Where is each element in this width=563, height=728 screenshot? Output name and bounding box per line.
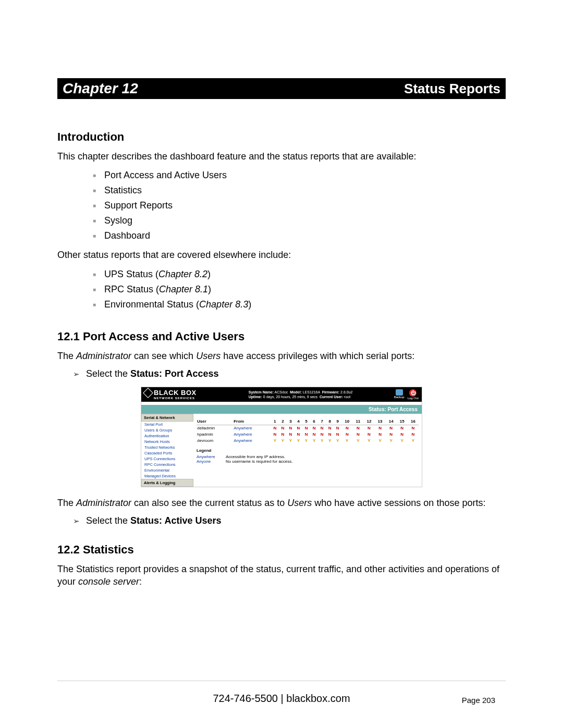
val: LES1216A xyxy=(303,390,320,394)
intro-other-list: UPS Status (Chapter 8.2) RPC Status (Cha… xyxy=(57,267,506,312)
li-after: ) xyxy=(208,284,211,294)
logout-button[interactable]: ⏻Log Out xyxy=(408,389,419,400)
val: 0 days, 20 hours, 25 mins, 9 secs xyxy=(263,395,317,399)
sidebar-item-managed-devices[interactable]: Managed Devices xyxy=(141,473,193,479)
txt: can also see the current status as to xyxy=(131,498,287,508)
sidebar-item-trusted-networks[interactable]: Trusted Networks xyxy=(141,445,193,450)
icon-label: Backup xyxy=(394,396,405,399)
lbl: Model: xyxy=(290,390,302,394)
shot-sysinfo: System Name: ACSdoc Model: LES1216A Firm… xyxy=(197,390,394,399)
icon-label: Log Out xyxy=(408,397,419,400)
txt-ital: console server xyxy=(78,576,139,587)
shot-header: BLACK BOX NETWORK SERVICES System Name: … xyxy=(141,387,422,402)
sidebar-item-network-hosts[interactable]: Network Hosts xyxy=(141,439,193,445)
txt-bold: Status: Active Users xyxy=(130,515,221,526)
sidebar-item-environmental[interactable]: Environmental xyxy=(141,467,193,473)
arrow-item: Select the Status: Active Users xyxy=(86,514,506,527)
val: ACSdoc xyxy=(275,390,288,394)
legend-val: Accessible from any IP address. xyxy=(226,454,285,459)
power-icon: ⏻ xyxy=(409,389,417,397)
shot-title-bar: Status: Port Access xyxy=(141,405,422,414)
backup-button[interactable]: Backup xyxy=(394,389,405,399)
txt-ital: Users xyxy=(196,351,221,361)
sidebar-item-cascaded-ports[interactable]: Cascaded Ports xyxy=(141,450,193,456)
chapter-bar: Chapter 12 Status Reports xyxy=(57,78,506,99)
lbl: System Name: xyxy=(249,390,274,394)
shot-main: UserFrom12345678910111213141516 delladmi… xyxy=(193,414,422,487)
sidebar-item-users-groups[interactable]: Users & Groups xyxy=(141,427,193,433)
intro-lead: This chapter describes the dashboard fea… xyxy=(57,150,506,163)
txt: have access privileges with which serial… xyxy=(221,351,414,361)
table-row: delladminAnywhereNNNNNNNNNNNNNNNN xyxy=(197,425,419,431)
list-item: RPC Status (Chapter 8.1) xyxy=(104,282,506,297)
list-item: Statistics xyxy=(104,183,506,198)
s121-heading: 12.1 Port Access and Active Users xyxy=(57,330,506,343)
port-access-table: UserFrom12345678910111213141516 delladmi… xyxy=(197,418,419,444)
lbl: Current User: xyxy=(320,395,343,399)
page-footer: 724-746-5500 | blackbox.com Page 203 xyxy=(0,693,563,705)
txt: The xyxy=(57,498,76,508)
lbl: Uptime: xyxy=(249,395,262,399)
val: root xyxy=(344,395,350,399)
list-item: UPS Status (Chapter 8.2) xyxy=(104,267,506,282)
sidebar-item-rpc-connections[interactable]: RPC Connections xyxy=(141,462,193,467)
txt: : xyxy=(139,576,142,587)
footer-phone: 724-746-5500 xyxy=(213,693,278,704)
sidebar-heading: Alerts & Logging xyxy=(141,479,193,487)
table-row: hpadminAnywhereNNNNNNNNNNNNNNNN xyxy=(197,431,419,438)
legend-key: Anywhere xyxy=(197,454,222,459)
li-text: UPS Status ( xyxy=(104,269,158,279)
list-item: Syslog xyxy=(104,213,506,228)
s121-para2: The Administrator can also see the curre… xyxy=(57,497,506,509)
intro-other-lead: Other status reports that are covered el… xyxy=(57,249,506,261)
sidebar-item-ups-connections[interactable]: UPS Connections xyxy=(141,456,193,462)
li-ref: Chapter 8.1 xyxy=(159,284,208,294)
list-item: Support Reports xyxy=(104,198,506,213)
sidebar-item-serial-port[interactable]: Serial Port xyxy=(141,422,193,427)
val: 2.8.0u2 xyxy=(340,390,352,394)
list-item: Port Access and Active Users xyxy=(104,168,506,183)
txt-bold: Status: Port Access xyxy=(130,368,218,379)
li-after: ) xyxy=(248,299,251,310)
shot-header-icons: Backup ⏻Log Out xyxy=(394,389,419,400)
li-text: RPC Status ( xyxy=(104,284,159,294)
chapter-left: Chapter 12 xyxy=(63,80,138,97)
sidebar-item-authentication[interactable]: Authentication xyxy=(141,433,193,439)
txt-ital: Administrator xyxy=(76,498,131,508)
table-row: devroomAnywhereYYYYYYYYYYYYYYYY xyxy=(197,438,419,444)
legend: Legend AnywhereAccessible from any IP ad… xyxy=(197,448,419,464)
shot-sidebar: Serial & Network Serial Port Users & Gro… xyxy=(141,414,193,487)
shot-logo: BLACK BOX NETWORK SERVICES xyxy=(144,389,197,400)
intro-heading: Introduction xyxy=(57,130,506,144)
logo-bottom: NETWORK SERVICES xyxy=(144,397,197,400)
arrow-item: Select the Status: Port Access xyxy=(86,367,506,380)
chapter-right: Status Reports xyxy=(404,81,500,97)
arrow-list: Select the Status: Active Users xyxy=(57,514,506,527)
sidebar-heading: Serial & Network xyxy=(141,414,193,422)
txt: can see which xyxy=(131,351,196,361)
arrow-list: Select the Status: Port Access xyxy=(57,367,506,380)
s122-para: The Statistics report provides a snapsho… xyxy=(57,563,506,588)
lbl: Firmware: xyxy=(322,390,339,394)
list-item: Environmental Status (Chapter 8.3) xyxy=(104,297,506,312)
li-ref: Chapter 8.2 xyxy=(158,269,207,279)
intro-list: Port Access and Active Users Statistics … xyxy=(57,168,506,243)
li-ref: Chapter 8.3 xyxy=(199,299,248,310)
li-text: Environmental Status ( xyxy=(104,299,199,310)
port-access-screenshot: BLACK BOX NETWORK SERVICES System Name: … xyxy=(141,387,422,487)
li-after: ) xyxy=(207,269,211,279)
s122-heading: 12.2 Statistics xyxy=(57,543,506,557)
footer-site: blackbox.com xyxy=(286,693,350,704)
footer-sep: | xyxy=(278,693,286,704)
txt-ital: Users xyxy=(287,498,312,508)
legend-title: Legend xyxy=(197,448,419,453)
s121-para1: The Administrator can see which Users ha… xyxy=(57,350,506,362)
txt: Select the xyxy=(86,368,130,379)
backup-icon xyxy=(396,389,403,396)
list-item: Dashboard xyxy=(104,228,506,243)
footer-page-num: 203 xyxy=(482,696,495,705)
footer-page-label: Page xyxy=(462,696,482,705)
legend-val: No username is required for access. xyxy=(226,459,293,464)
txt: Select the xyxy=(86,515,130,526)
txt-ital: Administrator xyxy=(76,351,131,361)
